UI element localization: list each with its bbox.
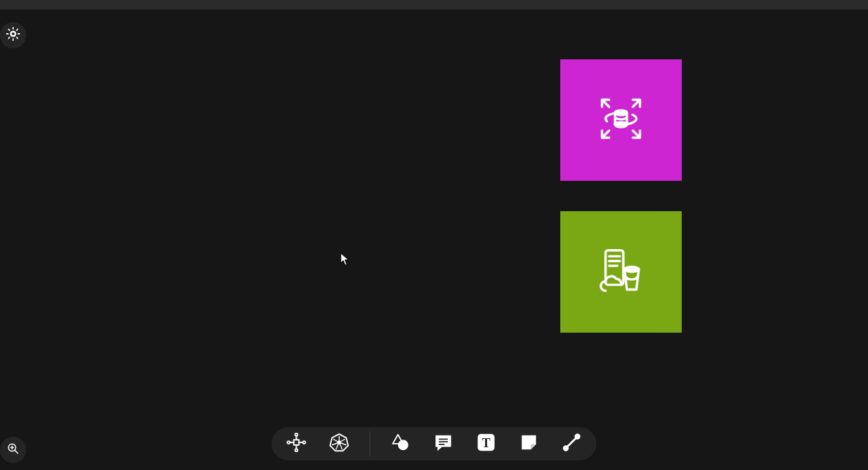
- storage-bucket-icon: [591, 241, 651, 303]
- svg-rect-15: [8, 28, 10, 31]
- zoom-in-button[interactable]: [0, 437, 26, 463]
- svg-rect-12: [17, 33, 20, 35]
- svg-point-42: [398, 440, 408, 450]
- settings-button[interactable]: [0, 22, 26, 48]
- svg-line-20: [14, 450, 18, 453]
- mouse-cursor-icon: [340, 253, 350, 266]
- svg-rect-10: [12, 38, 14, 41]
- tool-text[interactable]: T: [474, 431, 499, 456]
- kubernetes-icon: [329, 432, 350, 456]
- svg-rect-23: [294, 440, 299, 445]
- text-icon: T: [476, 432, 497, 456]
- svg-rect-11: [6, 33, 9, 35]
- tool-architecture[interactable]: [284, 431, 309, 456]
- svg-text:T: T: [482, 435, 491, 450]
- tool-connector[interactable]: [560, 431, 584, 456]
- connector-icon: [562, 432, 582, 456]
- zoom-in-icon: [7, 442, 19, 458]
- node-object-storage[interactable]: [560, 211, 682, 333]
- elastic-db-icon: [591, 89, 651, 151]
- bottom-toolbar: T: [272, 427, 597, 460]
- svg-rect-16: [16, 37, 19, 39]
- svg-rect-9: [12, 27, 14, 30]
- svg-point-18: [12, 32, 14, 35]
- top-bar: [0, 0, 868, 10]
- svg-rect-13: [16, 28, 19, 31]
- svg-rect-14: [8, 37, 10, 39]
- node-scalable-database[interactable]: [560, 59, 682, 181]
- comment-icon: [433, 432, 454, 456]
- tool-comment[interactable]: [431, 431, 456, 456]
- settings-gear-icon: [6, 26, 21, 44]
- tool-shapes[interactable]: [388, 431, 413, 456]
- architecture-icon: [286, 432, 307, 456]
- tool-sticky-note[interactable]: [517, 431, 542, 456]
- toolbar-divider: [370, 431, 371, 456]
- sticky-note-icon: [519, 432, 540, 456]
- shapes-icon: [391, 432, 411, 456]
- canvas[interactable]: [0, 10, 868, 470]
- tool-kubernetes[interactable]: [327, 431, 352, 456]
